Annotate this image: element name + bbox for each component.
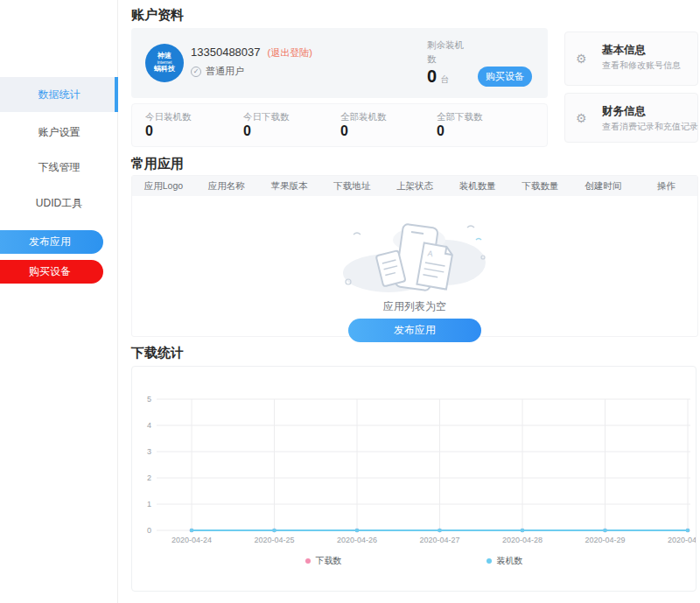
- empty-list-text: 应用列表为空: [132, 299, 697, 314]
- sidebar-item-label: 数据统计: [38, 88, 80, 101]
- gear-icon: ⚙: [576, 52, 587, 66]
- col-created-time: 创建时间: [571, 180, 634, 193]
- remaining-number: 0: [427, 67, 437, 87]
- gear-icon: ⚙: [576, 111, 587, 125]
- user-type-label: 普通用户: [206, 65, 244, 78]
- active-indicator: [115, 77, 118, 112]
- empty-state: A 应用列表为空 发布应用: [132, 196, 697, 336]
- col-download-count: 下载数量: [509, 180, 572, 193]
- remaining-installs-label: 剩余装机数: [427, 39, 472, 67]
- stats-card: 今日装机数 0 今日下载数 0 全部装机数 0 全部下载数 0: [131, 103, 548, 147]
- sidebar: 数据统计 账户设置 下线管理 UDID工具 发布应用 购买设备: [0, 0, 118, 603]
- basic-info-panel[interactable]: ⚙ 基本信息 查看和修改账号信息: [564, 32, 698, 86]
- buy-device-button[interactable]: 购买设备: [478, 67, 532, 87]
- apps-table: 应用Logo 应用名称 苹果版本 下载地址 上架状态 装机数量 下载数量 创建时…: [131, 175, 698, 337]
- logout-link[interactable]: (退出登陆): [268, 46, 312, 60]
- svg-text:1: 1: [147, 500, 151, 508]
- svg-text:2020-04-24: 2020-04-24: [172, 536, 212, 544]
- stat-value: 0: [145, 123, 153, 139]
- panel-title: 财务信息: [602, 104, 646, 119]
- legend-label: 下载数: [316, 555, 342, 567]
- legend-item-installs[interactable]: 装机数: [486, 555, 523, 567]
- check-icon: ✓: [191, 67, 201, 77]
- phone-number: 13350488037: [191, 46, 261, 59]
- buy-device-button-sidebar[interactable]: 购买设备: [0, 260, 103, 284]
- stat-label: 全部下载数: [437, 111, 483, 123]
- col-app-name: 应用名称: [195, 180, 258, 193]
- svg-text:2020-04-29: 2020-04-29: [584, 536, 625, 544]
- downloads-line-chart: 0123452020-04-242020-04-252020-04-262020…: [132, 367, 696, 552]
- downloads-section-title: 下载统计: [131, 345, 184, 361]
- remaining-installs-value: 0 台: [427, 67, 449, 87]
- downloads-chart-card: 0123452020-04-242020-04-252020-04-262020…: [131, 366, 696, 592]
- col-app-logo: 应用Logo: [132, 180, 195, 193]
- remaining-unit: 台: [440, 74, 449, 86]
- sidebar-item-offline-management[interactable]: 下线管理: [0, 150, 118, 185]
- stat-value: 0: [437, 123, 444, 139]
- sidebar-item-label: 下线管理: [38, 161, 80, 173]
- sidebar-item-label: 账户设置: [38, 126, 80, 138]
- svg-text:5: 5: [147, 395, 151, 403]
- panel-subtitle: 查看和修改账号信息: [602, 60, 681, 72]
- stat-label: 今日装机数: [145, 111, 192, 123]
- panel-subtitle: 查看消费记录和充值记录: [602, 121, 698, 133]
- svg-text:2: 2: [147, 473, 151, 482]
- sidebar-item-label: UDID工具: [36, 197, 82, 209]
- svg-text:2020-04-25: 2020-04-25: [254, 536, 294, 544]
- stat-value: 0: [340, 123, 348, 139]
- svg-text:2020-04-30: 2020-04-30: [668, 536, 696, 544]
- col-actions: 操作: [634, 180, 697, 193]
- publish-app-button-main[interactable]: 发布应用: [348, 319, 481, 342]
- dashboard-screen: 数据统计 账户设置 下线管理 UDID工具 发布应用 购买设备 账户资料 神速 …: [0, 0, 700, 603]
- svg-text:2020-04-28: 2020-04-28: [502, 536, 542, 544]
- panel-title: 基本信息: [602, 43, 646, 58]
- svg-text:3: 3: [147, 447, 151, 456]
- finance-info-panel[interactable]: ⚙ 财务信息 查看消费记录和充值记录: [564, 93, 698, 143]
- avatar: 神速 internet 蜗科技: [145, 44, 184, 82]
- account-card: 神速 internet 蜗科技 13350488037 (退出登陆) ✓ 普通用…: [131, 28, 548, 98]
- apps-section-title: 常用应用: [131, 156, 184, 172]
- sidebar-item-udid-tool[interactable]: UDID工具: [0, 186, 118, 221]
- svg-text:2020-04-27: 2020-04-27: [419, 536, 459, 544]
- svg-text:2020-04-26: 2020-04-26: [337, 536, 377, 544]
- col-listing-state: 上架状态: [383, 180, 446, 193]
- stat-label: 今日下载数: [243, 111, 290, 123]
- col-install-count: 装机数量: [446, 180, 509, 193]
- account-section-title: 账户资料: [131, 7, 184, 24]
- col-download-url: 下载地址: [320, 180, 383, 193]
- stat-label: 全部装机数: [340, 111, 387, 123]
- chart-legend: 下载数 装机数: [132, 555, 696, 567]
- svg-text:4: 4: [147, 421, 151, 430]
- sidebar-item-account-settings[interactable]: 账户设置: [0, 115, 118, 150]
- account-identity: 13350488037 (退出登陆): [191, 46, 312, 60]
- col-apple-version: 苹果版本: [258, 180, 321, 193]
- sidebar-item-data-stats[interactable]: 数据统计: [0, 77, 118, 112]
- legend-item-downloads[interactable]: 下载数: [305, 555, 342, 567]
- legend-dot-installs: [486, 558, 492, 564]
- svg-text:0: 0: [147, 526, 151, 535]
- stat-value: 0: [243, 123, 251, 139]
- legend-dot-downloads: [305, 558, 311, 564]
- publish-app-button[interactable]: 发布应用: [0, 230, 103, 254]
- avatar-text: 蜗科技: [154, 66, 175, 74]
- legend-label: 装机数: [497, 555, 523, 567]
- user-type-badge: ✓ 普通用户: [191, 65, 244, 78]
- empty-illustration: A: [336, 219, 494, 299]
- apps-table-header: 应用Logo 应用名称 苹果版本 下载地址 上架状态 装机数量 下载数量 创建时…: [132, 176, 697, 196]
